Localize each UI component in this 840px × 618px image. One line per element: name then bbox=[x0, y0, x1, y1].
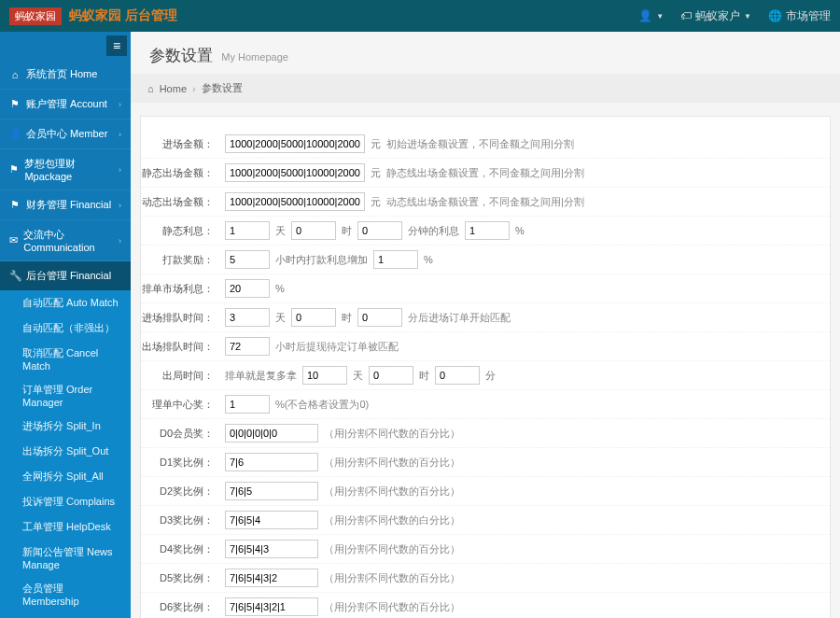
d2-input[interactable] bbox=[225, 482, 318, 500]
out-hour[interactable] bbox=[369, 366, 413, 385]
main-content: 参数设置 My Homepage ⌂ Home › 参数设置 进场金额： 元 初… bbox=[131, 32, 840, 618]
submenu-item[interactable]: 自动匹配（非强出） bbox=[0, 316, 131, 341]
family-link[interactable]: 🏷蚂蚁家户▼ bbox=[680, 8, 751, 24]
chevron-down-icon: ▼ bbox=[656, 12, 664, 21]
topbar-title: 蚂蚁家园 后台管理 bbox=[69, 7, 177, 24]
menu-item[interactable]: 🔧后台管理 Financial bbox=[0, 261, 131, 290]
menu-label: 交流中心 Communication bbox=[23, 228, 113, 253]
submenu-item[interactable]: 出场拆分 Split_Out bbox=[0, 439, 131, 464]
menu-label: 会员中心 Member bbox=[26, 127, 107, 141]
menu-item[interactable]: ⚑账户管理 Account› bbox=[0, 90, 131, 119]
breadcrumb-current: 参数设置 bbox=[202, 81, 243, 95]
si-pct[interactable] bbox=[465, 221, 510, 240]
menu-label: 财务管理 Financial bbox=[26, 198, 111, 212]
row-out-time: 出局时间： 排单就是复多拿 天 时 分 bbox=[141, 361, 830, 390]
row-static-exit: 静态出场金额： 元 静态线出场金额设置，不同金额之间用|分割 bbox=[141, 159, 830, 188]
eq-day[interactable] bbox=[225, 308, 270, 327]
menu-item[interactable]: ⚑梦想包理财 Mpackage› bbox=[0, 149, 131, 190]
out-day[interactable] bbox=[302, 366, 347, 385]
menu-icon: ⚑ bbox=[9, 163, 19, 176]
center-reward-input[interactable] bbox=[225, 395, 270, 414]
menu-icon: 👤 bbox=[9, 128, 21, 140]
row-dynamic-exit: 动态出场金额： 元 动态线出场金额设置，不同金额之间用|分割 bbox=[141, 188, 830, 217]
breadcrumb: ⌂ Home › 参数设置 bbox=[131, 74, 840, 103]
chevron-right-icon: › bbox=[119, 201, 121, 210]
out-min[interactable] bbox=[435, 366, 480, 385]
menu-item[interactable]: 👤会员中心 Member› bbox=[0, 119, 131, 148]
row-d1: D1奖比例： （用|分割不同代数的百分比） bbox=[141, 448, 830, 477]
row-d2: D2奖比例： （用|分割不同代数的百分比） bbox=[141, 477, 830, 506]
market-link[interactable]: 🌐市场管理 bbox=[768, 8, 831, 24]
row-d3: D3奖比例： （用|分割不同代数的白分比） bbox=[141, 506, 830, 535]
user-menu[interactable]: 👤▼ bbox=[638, 9, 664, 22]
chevron-right-icon: › bbox=[119, 100, 121, 109]
si-day[interactable] bbox=[225, 221, 270, 240]
topbar: 蚂蚁家园 蚂蚁家园 后台管理 👤▼ 🏷蚂蚁家户▼ 🌐市场管理 bbox=[0, 0, 840, 32]
submenu-item[interactable]: 投诉管理 Complains bbox=[0, 489, 131, 514]
d5-input[interactable] bbox=[225, 569, 318, 587]
d3-input[interactable] bbox=[225, 511, 318, 529]
submenu-item[interactable]: 会员管理 Membership bbox=[0, 576, 131, 612]
page-subtitle: My Homepage bbox=[221, 51, 288, 63]
submenu-item[interactable]: 订单管理 Order Manager bbox=[0, 377, 131, 414]
main-menu: ⌂系统首页 Home⚑账户管理 Account›👤会员中心 Member›⚑梦想… bbox=[0, 32, 131, 618]
topbar-right: 👤▼ 🏷蚂蚁家户▼ 🌐市场管理 bbox=[638, 8, 831, 24]
submenu-item[interactable]: 取消匹配 Cancel Match bbox=[0, 341, 131, 377]
sidebar-toggle[interactable]: ≡ bbox=[106, 35, 127, 56]
row-entry-queue: 进场排队时间： 天 时 分后进场订单开始匹配 bbox=[141, 303, 830, 332]
pay-reward-h[interactable] bbox=[225, 250, 270, 269]
row-d4: D4奖比例： （用|分割不同代数的百分比） bbox=[141, 535, 830, 564]
submenu-item[interactable]: 自动匹配 Auto Match bbox=[0, 290, 131, 316]
row-d5: D5奖比例： （用|分割不同代数的百分比） bbox=[141, 564, 830, 593]
row-center-reward: 理单中心奖： %(不合格者设置为0) bbox=[141, 390, 830, 419]
globe-icon: 🌐 bbox=[768, 9, 782, 22]
breadcrumb-home[interactable]: Home bbox=[160, 83, 187, 94]
menu-icon: ⌂ bbox=[9, 69, 21, 80]
menu-icon: ⚑ bbox=[9, 199, 21, 211]
exit-queue-input[interactable] bbox=[225, 337, 270, 356]
chevron-down-icon: ▼ bbox=[744, 12, 751, 21]
menu-item[interactable]: ⚑财务管理 Financial› bbox=[0, 190, 131, 219]
page-title: 参数设置 bbox=[149, 45, 213, 66]
market-interest-input[interactable] bbox=[225, 279, 270, 298]
tag-icon: 🏷 bbox=[680, 9, 692, 22]
eq-hour[interactable] bbox=[291, 308, 336, 327]
logo: 蚂蚁家园 bbox=[9, 7, 62, 25]
row-entry-amount: 进场金额： 元 初始进场金额设置，不同金额之间用|分割 bbox=[141, 130, 830, 159]
pay-reward-pct[interactable] bbox=[373, 250, 418, 269]
home-icon: ⌂ bbox=[147, 83, 154, 94]
form-panel: 进场金额： 元 初始进场金额设置，不同金额之间用|分割 静态出场金额： 元 静态… bbox=[140, 116, 831, 618]
page-header: 参数设置 My Homepage bbox=[131, 32, 840, 74]
chevron-right-icon: › bbox=[119, 165, 121, 175]
row-d0: D0会员奖： （用|分割不同代数的百分比） bbox=[141, 419, 830, 448]
submenu-item[interactable]: 数据库备份 DB Backup bbox=[0, 612, 131, 618]
sidebar: ≡ ⌂系统首页 Home⚑账户管理 Account›👤会员中心 Member›⚑… bbox=[0, 32, 131, 618]
menu-label: 系统首页 Home bbox=[26, 67, 97, 81]
menu-label: 账户管理 Account bbox=[26, 97, 107, 111]
row-static-interest: 静态利息： 天 时 分钟的利息 % bbox=[141, 217, 830, 246]
menu-label: 梦想包理财 Mpackage bbox=[24, 157, 113, 182]
submenu-item[interactable]: 工单管理 HelpDesk bbox=[0, 514, 131, 540]
dynamic-exit-input[interactable] bbox=[225, 192, 365, 211]
menu-item[interactable]: ⌂系统首页 Home bbox=[0, 60, 131, 89]
static-exit-input[interactable] bbox=[225, 163, 365, 182]
d0-input[interactable] bbox=[225, 424, 318, 442]
si-min[interactable] bbox=[357, 221, 402, 240]
chevron-right-icon: › bbox=[119, 236, 121, 246]
d6-input[interactable] bbox=[225, 597, 318, 616]
submenu-item[interactable]: 新闻公告管理 News Manage bbox=[0, 540, 131, 576]
breadcrumb-separator: › bbox=[192, 83, 196, 94]
si-hour[interactable] bbox=[291, 221, 336, 240]
d4-input[interactable] bbox=[225, 540, 318, 558]
submenu-item[interactable]: 进场拆分 Split_In bbox=[0, 414, 131, 439]
menu-item[interactable]: ✉交流中心 Communication› bbox=[0, 220, 131, 260]
row-market-interest: 排单市场利息： % bbox=[141, 274, 830, 303]
menu-icon: 🔧 bbox=[9, 270, 21, 282]
entry-amount-input[interactable] bbox=[225, 134, 365, 153]
user-icon: 👤 bbox=[638, 9, 652, 22]
row-d6: D6奖比例： （用|分割不同代数的百分比） bbox=[141, 593, 830, 618]
d1-input[interactable] bbox=[225, 453, 318, 471]
eq-min[interactable] bbox=[357, 308, 402, 327]
menu-label: 后台管理 Financial bbox=[26, 269, 111, 283]
submenu-item[interactable]: 全网拆分 Split_All bbox=[0, 464, 131, 489]
